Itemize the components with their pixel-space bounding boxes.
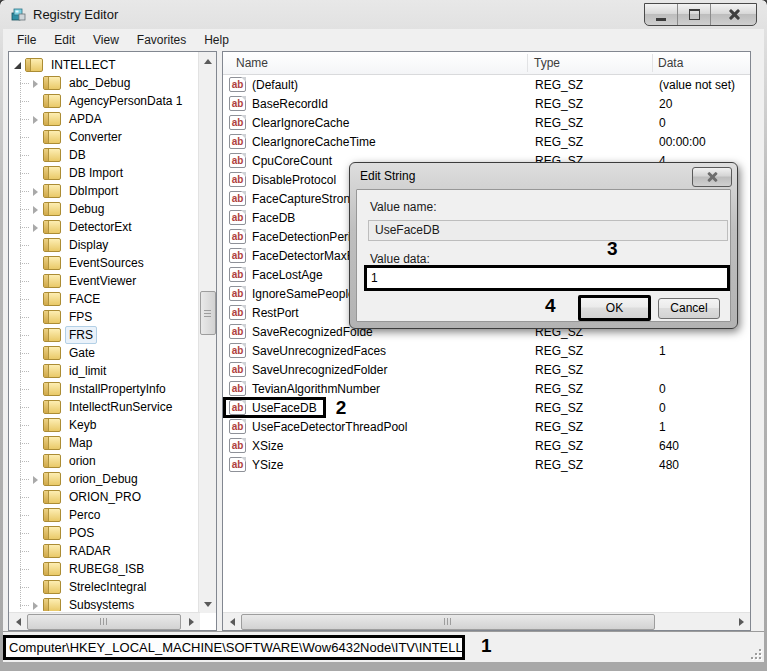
table-row-usefacedb[interactable]: UseFaceDB 2 REG_SZ 0 xyxy=(223,398,750,417)
scroll-down-icon[interactable] xyxy=(199,596,216,613)
chevron-right-icon[interactable] xyxy=(31,78,42,89)
registry-path-box: Computer\HKEY_LOCAL_MACHINE\SOFTWARE\Wow… xyxy=(3,635,465,660)
table-row[interactable]: BaseRecordIdREG_SZ20 xyxy=(223,94,750,113)
tree-item[interactable]: Gate xyxy=(11,344,197,362)
tree-item[interactable]: DetectorExt xyxy=(11,218,197,236)
column-separator[interactable] xyxy=(652,54,653,72)
tree-item[interactable]: Perco xyxy=(11,506,197,524)
table-row[interactable]: ClearIgnoreCacheTimeREG_SZ00:00:00 xyxy=(223,132,750,151)
folder-icon xyxy=(43,346,61,360)
table-row[interactable]: XSizeREG_SZ640 xyxy=(223,436,750,455)
chevron-right-icon[interactable] xyxy=(31,186,42,197)
table-row[interactable]: SaveUnrecognizedFolderREG_SZ xyxy=(223,360,750,379)
list-horizontal-scrollbar[interactable] xyxy=(223,612,750,630)
tree-item[interactable]: POS xyxy=(11,524,197,542)
tree-item-label: Keyb xyxy=(65,416,100,434)
tree-item[interactable]: Map xyxy=(11,434,197,452)
arrow-slot xyxy=(31,330,42,341)
menu-file[interactable]: File xyxy=(8,31,45,49)
value-name: FaceDetectorMaxFra xyxy=(252,249,365,263)
tree-horizontal-scrollbar[interactable] xyxy=(9,612,200,630)
tree-item[interactable]: EventViewer xyxy=(11,272,197,290)
chevron-expanded-icon[interactable] xyxy=(13,60,24,71)
tree-item[interactable]: EventSources xyxy=(11,254,197,272)
table-row[interactable]: SaveUnrecognizedFacesREG_SZ1 xyxy=(223,341,750,360)
tree-item-label: StrelecIntegral xyxy=(65,578,150,596)
tree-item[interactable]: Debug xyxy=(11,200,197,218)
menu-favorites[interactable]: Favorites xyxy=(128,31,195,49)
folder-icon xyxy=(43,562,61,576)
tree-item[interactable]: id_limit xyxy=(11,362,197,380)
tree-item[interactable]: RUBEG8_ISB xyxy=(11,560,197,578)
value-data-input[interactable] xyxy=(364,265,730,291)
table-row[interactable]: UseFaceDetectorThreadPoolREG_SZ1 xyxy=(223,417,750,436)
dialog-close-button[interactable] xyxy=(692,167,732,187)
table-row[interactable]: ClearIgnoreCacheREG_SZ0 xyxy=(223,113,750,132)
scroll-left-icon[interactable] xyxy=(223,613,240,630)
tree-item[interactable]: Subsystems xyxy=(11,596,197,611)
tree-item[interactable]: DB Import xyxy=(11,164,197,182)
tree-item[interactable]: Display xyxy=(11,236,197,254)
value-type: REG_SZ xyxy=(535,135,583,149)
scroll-right-icon[interactable] xyxy=(183,613,200,630)
list-hscroll-thumb[interactable] xyxy=(241,614,655,630)
chevron-right-icon[interactable] xyxy=(31,114,42,125)
close-button[interactable] xyxy=(711,4,756,25)
tree-item[interactable]: AgencyPersonData 1 xyxy=(11,92,197,110)
tree-item-label: Display xyxy=(65,236,112,254)
scroll-right-icon[interactable] xyxy=(733,613,750,630)
tree-hscroll-thumb[interactable] xyxy=(27,614,181,630)
scroll-up-icon[interactable] xyxy=(199,52,216,69)
folder-icon xyxy=(25,58,43,72)
column-header-type[interactable]: Type xyxy=(534,56,560,70)
arrow-slot xyxy=(31,258,42,269)
folder-icon xyxy=(43,256,61,270)
tree-item[interactable]: orion xyxy=(11,452,197,470)
folder-icon xyxy=(43,94,61,108)
table-row[interactable]: TevianAlgorithmNumberREG_SZ0 xyxy=(223,379,750,398)
tree-item[interactable]: APDA xyxy=(11,110,197,128)
menu-edit[interactable]: Edit xyxy=(45,31,84,49)
table-row[interactable]: YSizeREG_SZ480 xyxy=(223,455,750,474)
value-name: (Default) xyxy=(252,78,298,92)
title-bar[interactable]: Registry Editor xyxy=(0,0,767,29)
tree-item[interactable]: InstallPropertyInfo xyxy=(11,380,197,398)
menu-view[interactable]: View xyxy=(84,31,128,49)
tree-item[interactable]: ORION_PRO xyxy=(11,488,197,506)
ok-button[interactable]: OK xyxy=(578,295,651,321)
tree-item[interactable]: Keyb xyxy=(11,416,197,434)
tree-item[interactable]: Converter xyxy=(11,128,197,146)
tree-vscroll-thumb[interactable] xyxy=(200,291,216,335)
minimize-button[interactable] xyxy=(645,4,678,25)
column-header-data[interactable]: Data xyxy=(658,56,683,70)
arrow-slot xyxy=(31,402,42,413)
tree-item[interactable]: orion_Debug xyxy=(11,470,197,488)
resize-grip[interactable] xyxy=(749,647,761,659)
value-name: ClearIgnoreCacheTime xyxy=(252,135,376,149)
folder-icon xyxy=(43,148,61,162)
tree-vertical-scrollbar[interactable] xyxy=(198,52,216,613)
column-separator[interactable] xyxy=(527,54,528,72)
scroll-left-icon[interactable] xyxy=(9,613,26,630)
tree-item[interactable]: DbImport xyxy=(11,182,197,200)
maximize-button[interactable] xyxy=(678,4,711,25)
tree-item[interactable]: DB xyxy=(11,146,197,164)
tree-item[interactable]: IntellectRunService xyxy=(11,398,197,416)
tree-item[interactable]: INTELLECT xyxy=(11,56,197,74)
tree-item[interactable]: StrelecIntegral xyxy=(11,578,197,596)
annotation-1: 1 xyxy=(481,635,492,657)
column-header-name[interactable]: Name xyxy=(236,56,268,70)
cancel-button[interactable]: Cancel xyxy=(658,298,720,319)
chevron-right-icon[interactable] xyxy=(31,204,42,215)
dialog-title: Edit String xyxy=(360,163,415,189)
chevron-right-icon[interactable] xyxy=(31,222,42,233)
tree-item-frs-selected[interactable]: FRS xyxy=(11,326,197,344)
tree-item[interactable]: FACE xyxy=(11,290,197,308)
tree-item[interactable]: abc_Debug xyxy=(11,74,197,92)
chevron-right-icon[interactable] xyxy=(31,600,42,611)
table-row[interactable]: (Default)REG_SZ(value not set) xyxy=(223,75,750,94)
tree-item[interactable]: RADAR xyxy=(11,542,197,560)
menu-help[interactable]: Help xyxy=(195,31,238,49)
tree-item[interactable]: FPS xyxy=(11,308,197,326)
chevron-right-icon[interactable] xyxy=(31,474,42,485)
